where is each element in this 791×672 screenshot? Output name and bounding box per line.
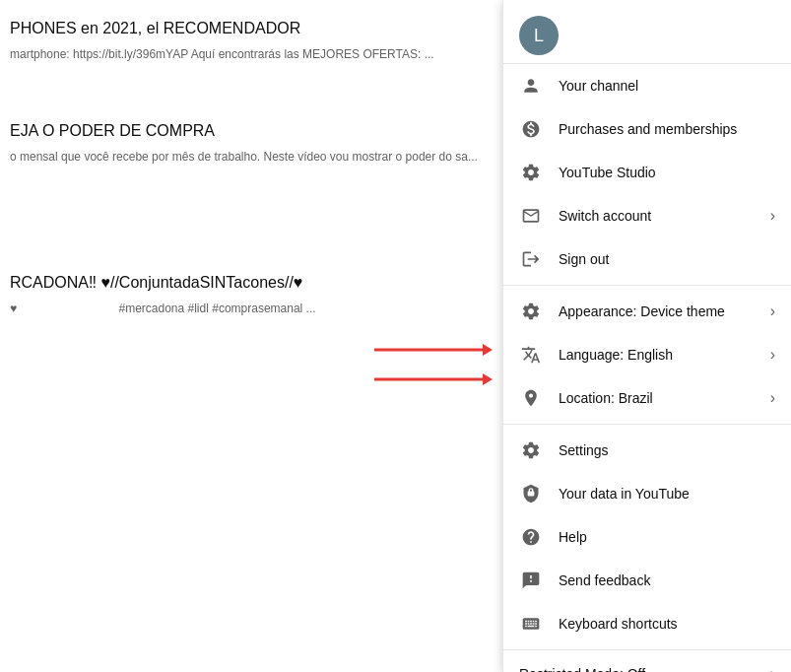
video-desc-2: o mensal que você recebe por mês de trab… <box>10 148 493 166</box>
video-title-3: RCADONA‼️ ♥//ConjuntadaSINTacones//♥ <box>10 274 493 292</box>
sign-out-label: Sign out <box>559 251 775 267</box>
help-icon <box>519 525 543 549</box>
red-arrows <box>364 330 502 399</box>
svg-marker-1 <box>483 344 493 356</box>
language-chevron-icon: › <box>770 346 775 364</box>
keyboard-shortcuts-icon <box>519 612 543 636</box>
sign-out-item[interactable]: Sign out <box>503 237 791 281</box>
send-feedback-item[interactable]: Send feedback <box>503 559 791 602</box>
switch-account-chevron-icon: › <box>770 207 775 225</box>
person-icon <box>519 74 543 98</box>
appearance-icon <box>519 300 543 323</box>
settings-item[interactable]: Settings <box>503 429 791 472</box>
video-title-2: EJA O PODER DE COMPRA <box>10 122 493 140</box>
language-item[interactable]: Language: English › <box>503 333 791 376</box>
settings-label: Settings <box>559 442 775 458</box>
video-item-1: PHONES en 2021, el RECOMENDADOR martphon… <box>10 20 493 63</box>
your-channel-label: Your channel <box>559 78 775 94</box>
help-label: Help <box>559 529 775 545</box>
youtube-studio-label: YouTube Studio <box>559 165 775 180</box>
dropdown-menu: L Your channel Purchases and memberships… <box>502 0 791 672</box>
keyboard-shortcuts-label: Keyboard shortcuts <box>559 616 775 632</box>
your-data-label: Your data in YouTube <box>559 486 775 502</box>
your-channel-item[interactable]: Your channel <box>503 64 791 107</box>
divider-3 <box>503 649 791 650</box>
switch-account-item[interactable]: Switch account › <box>503 194 791 237</box>
video-desc-1: martphone: https://bit.ly/396mYAP Aquí e… <box>10 45 493 63</box>
restricted-mode-chevron-icon: › <box>770 665 775 672</box>
switch-account-icon <box>519 204 543 228</box>
appearance-item[interactable]: Appearance: Device theme › <box>503 290 791 333</box>
sign-out-icon <box>519 247 543 271</box>
your-data-icon <box>519 482 543 505</box>
settings-icon <box>519 438 543 462</box>
video-item-2: EJA O PODER DE COMPRA o mensal que você … <box>10 122 493 166</box>
appearance-chevron-icon: › <box>770 302 775 320</box>
restricted-mode-label: Restricted Mode: Off <box>519 666 770 672</box>
studio-icon <box>519 161 543 184</box>
language-icon <box>519 343 543 367</box>
video-title-1: PHONES en 2021, el RECOMENDADOR <box>10 20 493 37</box>
purchases-icon <box>519 117 543 141</box>
location-item[interactable]: Location: Brazil › <box>503 376 791 420</box>
video-desc-3: ♥ ︎ ︎ ︎ ︎ ︎ ︎ ︎ ︎ ︎ ︎ ︎ ︎ ︎ ︎ ︎ ︎ ︎ ︎ ︎ … <box>10 300 493 317</box>
user-avatar-section: L <box>503 0 791 64</box>
restricted-mode-item[interactable]: Restricted Mode: Off › <box>503 654 791 672</box>
svg-marker-3 <box>483 373 493 385</box>
location-label: Location: Brazil <box>559 390 770 406</box>
send-feedback-icon <box>519 569 543 592</box>
divider-2 <box>503 424 791 425</box>
location-chevron-icon: › <box>770 389 775 407</box>
keyboard-shortcuts-item[interactable]: Keyboard shortcuts <box>503 602 791 645</box>
switch-account-label: Switch account <box>559 208 770 224</box>
purchases-label: Purchases and memberships <box>559 121 775 137</box>
location-icon <box>519 386 543 410</box>
left-content: PHONES en 2021, el RECOMENDADOR martphon… <box>0 0 502 672</box>
language-label: Language: English <box>559 347 770 363</box>
divider-1 <box>503 285 791 286</box>
send-feedback-label: Send feedback <box>559 572 775 588</box>
appearance-label: Appearance: Device theme <box>559 303 770 319</box>
avatar: L <box>519 16 559 55</box>
help-item[interactable]: Help <box>503 515 791 559</box>
video-item-3: RCADONA‼️ ♥//ConjuntadaSINTacones//♥ ♥ ︎… <box>10 274 493 317</box>
purchases-item[interactable]: Purchases and memberships <box>503 107 791 151</box>
your-data-item[interactable]: Your data in YouTube <box>503 472 791 515</box>
youtube-studio-item[interactable]: YouTube Studio <box>503 151 791 194</box>
